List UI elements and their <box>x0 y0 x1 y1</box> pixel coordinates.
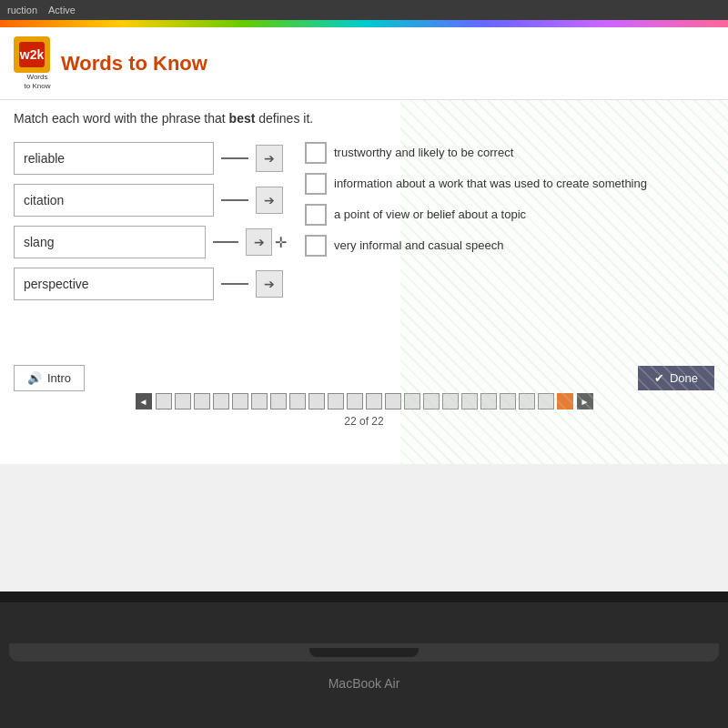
word-row-slang: slang ➔ ✛ <box>14 226 287 258</box>
arrow-btn-citation[interactable]: ➔ <box>256 187 283 214</box>
progress-area: ◄ ► 22 of 22 <box>0 393 728 428</box>
defs-column: trustworthy and likely to be correct inf… <box>305 142 714 300</box>
progress-bar: ◄ ► <box>136 393 593 410</box>
progress-square-22[interactable] <box>557 393 573 410</box>
color-strip <box>0 20 728 27</box>
connector-slang <box>213 241 239 243</box>
def-checkbox-2[interactable] <box>305 173 327 195</box>
nav-item-instruction: ruction <box>7 5 37 15</box>
main-content: Match each word with the phrase that bes… <box>0 100 728 464</box>
checkmark-icon: ✔ <box>654 371 664 385</box>
nav-item-active: Active <box>48 5 76 15</box>
macbook-bottom: MacBook Air <box>0 602 728 728</box>
progress-square-6[interactable] <box>251 393 268 410</box>
word-row-perspective: perspective ➔ <box>14 268 287 300</box>
macbook-hinge <box>0 592 728 602</box>
crosshair-icon: ✛ <box>275 234 287 251</box>
macbook-label: MacBook Air <box>329 676 400 691</box>
arrow-btn-reliable[interactable]: ➔ <box>256 145 283 172</box>
arrow-btn-slang[interactable]: ➔ <box>246 228 272 256</box>
progress-squares <box>156 393 573 410</box>
progress-square-12[interactable] <box>366 393 382 410</box>
def-text-1: trustworthy and likely to be correct <box>334 145 714 161</box>
connector-perspective <box>221 283 248 285</box>
instruction: Match each word with the phrase that bes… <box>14 111 714 126</box>
progress-square-16[interactable] <box>442 393 459 410</box>
def-row-2: information about a work that was used t… <box>305 173 714 195</box>
progress-square-7[interactable] <box>270 393 287 410</box>
match-area: reliable ➔ citation <box>14 142 714 300</box>
progress-square-21[interactable] <box>538 393 554 410</box>
progress-square-15[interactable] <box>423 393 440 410</box>
progress-square-9[interactable] <box>308 393 325 410</box>
nav-left-icon: ◄ <box>139 397 148 407</box>
macbook-base <box>9 643 719 662</box>
progress-square-4[interactable] <box>213 393 229 410</box>
word-box-perspective: perspective <box>14 268 214 300</box>
progress-square-20[interactable] <box>519 393 535 410</box>
speaker-icon: 🔊 <box>27 371 42 385</box>
word-label-perspective: perspective <box>24 277 89 291</box>
arrow-icon-reliable: ➔ <box>264 151 275 166</box>
def-text-4: very informal and casual speech <box>334 238 714 254</box>
word-label-slang: slang <box>24 235 54 249</box>
def-text-2: information about a work that was used t… <box>334 176 714 192</box>
macbook-notch <box>309 648 419 657</box>
arrow-icon-perspective: ➔ <box>264 277 275 291</box>
app-container: w2k Wordsto Know Words to Know Match eac… <box>0 20 728 592</box>
bottom-bar: 🔊 Intro ✔ Done <box>0 365 728 391</box>
screen-area: ruction Active w2k Wordsto Know Words to… <box>0 0 728 592</box>
progress-square-13[interactable] <box>385 393 401 410</box>
page-title: Words to Know <box>61 52 207 76</box>
logo-label: Wordsto Know <box>25 73 51 90</box>
progress-square-10[interactable] <box>328 393 344 410</box>
arrow-btn-perspective[interactable]: ➔ <box>256 270 283 298</box>
instruction-bold: best <box>229 111 256 126</box>
progress-square-1[interactable] <box>156 393 172 410</box>
progress-square-8[interactable] <box>289 393 306 410</box>
page-count: 22 of 22 <box>344 415 383 428</box>
progress-square-5[interactable] <box>232 393 248 410</box>
def-checkbox-4[interactable] <box>305 235 327 257</box>
word-row-reliable: reliable ➔ <box>14 142 287 175</box>
nav-next-button[interactable]: ► <box>577 393 593 410</box>
progress-square-11[interactable] <box>347 393 363 410</box>
instruction-prefix: Match each word with the phrase that <box>14 111 229 126</box>
done-button[interactable]: ✔ Done <box>638 366 714 390</box>
progress-square-3[interactable] <box>194 393 210 410</box>
connector-reliable <box>221 157 248 159</box>
nav-prev-button[interactable]: ◄ <box>136 393 152 410</box>
progress-square-18[interactable] <box>480 393 497 410</box>
intro-button[interactable]: 🔊 Intro <box>14 365 85 391</box>
arrow-icon-citation: ➔ <box>264 193 275 207</box>
def-row-3: a point of view or belief about a topic <box>305 204 714 226</box>
progress-square-19[interactable] <box>500 393 516 410</box>
word-box-reliable: reliable <box>14 142 214 175</box>
def-checkbox-3[interactable] <box>305 204 327 226</box>
logo-wrap: w2k Wordsto Know <box>14 36 61 90</box>
progress-square-2[interactable] <box>175 393 191 410</box>
instruction-suffix: defines it. <box>255 111 313 126</box>
def-text-3: a point of view or belief about a topic <box>334 207 714 223</box>
connector-citation <box>221 199 248 201</box>
done-label: Done <box>670 371 698 385</box>
word-box-citation: citation <box>14 184 214 217</box>
words-column: reliable ➔ citation <box>14 142 287 300</box>
def-row-4: very informal and casual speech <box>305 235 714 257</box>
word-label-citation: citation <box>24 193 64 207</box>
logo-inner: w2k <box>19 42 45 67</box>
def-row-1: trustworthy and likely to be correct <box>305 142 714 164</box>
intro-label: Intro <box>47 371 71 385</box>
nav-right-icon: ► <box>581 397 590 407</box>
header: w2k Wordsto Know Words to Know <box>0 27 728 100</box>
top-bar: ruction Active <box>0 0 728 20</box>
arrow-icon-slang: ➔ <box>254 235 265 249</box>
progress-square-14[interactable] <box>404 393 420 410</box>
progress-square-17[interactable] <box>461 393 478 410</box>
logo-box: w2k <box>14 36 50 73</box>
word-label-reliable: reliable <box>24 151 65 166</box>
def-checkbox-1[interactable] <box>305 142 327 164</box>
word-row-citation: citation ➔ <box>14 184 287 217</box>
word-box-slang: slang <box>14 226 206 258</box>
